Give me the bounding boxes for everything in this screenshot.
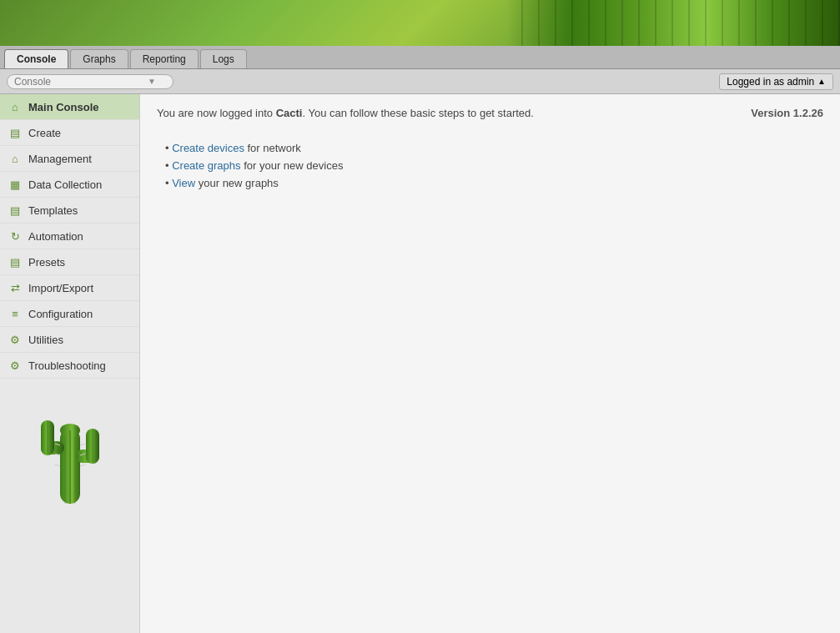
import-icon [8, 281, 22, 294]
tab-bar: Console Graphs Reporting Logs [0, 46, 840, 69]
step-2-suffix: for your new devices [241, 159, 344, 172]
sidebar-label-presets: Presets [28, 256, 65, 269]
welcome-text: You are now logged into Cacti. You can f… [157, 107, 534, 119]
svg-line-16 [80, 465, 85, 466]
sidebar-item-presets[interactable]: Presets [0, 249, 139, 275]
app-name: Cacti [276, 107, 303, 119]
welcome-prefix: You are now logged into [157, 107, 276, 119]
main-content: You are now logged into Cacti. You can f… [140, 94, 840, 633]
header [0, 0, 840, 46]
sidebar-label-import-export: Import/Export [28, 282, 93, 294]
search-bar: ▼ Logged in as admin ▲ [0, 69, 840, 94]
sidebar-label-automation: Automation [28, 230, 83, 243]
sidebar-item-create[interactable]: Create [0, 120, 139, 146]
sidebar-label-configuration: Configuration [28, 308, 93, 320]
main-layout: Main Console Create Management Data Coll… [0, 94, 840, 633]
step-1: Create devices for network [165, 142, 823, 154]
sidebar-label-troubleshooting: Troubleshooting [28, 359, 106, 372]
version-label: Version 1.2.26 [751, 107, 823, 119]
step-2: Create graphs for your new devices [165, 159, 823, 172]
tab-console[interactable]: Console [4, 49, 68, 68]
automation-icon [8, 229, 22, 243]
presets-icon [8, 255, 22, 269]
sidebar-item-templates[interactable]: Templates [0, 198, 139, 224]
logged-in-label: Logged in as admin [727, 76, 814, 88]
content-header: You are now logged into Cacti. You can f… [157, 107, 823, 129]
sidebar-label-utilities: Utilities [28, 334, 63, 346]
create-devices-link[interactable]: Create devices [172, 142, 244, 154]
search-arrow-icon: ▼ [148, 77, 156, 86]
tab-graphs[interactable]: Graphs [70, 49, 128, 68]
sidebar-label-management: Management [28, 153, 92, 165]
step-3-suffix: your new graphs [195, 177, 279, 189]
sidebar-item-configuration[interactable]: Configuration [0, 301, 139, 327]
search-left: ▼ [7, 74, 174, 89]
search-container: ▼ [7, 74, 174, 89]
trouble-icon [8, 359, 22, 372]
data-icon [8, 178, 22, 191]
sidebar-label-create: Create [28, 127, 61, 139]
tab-reporting[interactable]: Reporting [130, 49, 199, 68]
create-graphs-link[interactable]: Create graphs [172, 159, 240, 172]
cactus-svg [28, 395, 112, 512]
svg-line-13 [80, 444, 85, 445]
sidebar-label-main-console: Main Console [28, 101, 99, 113]
sidebar-item-automation[interactable]: Automation [0, 224, 139, 249]
tab-logs[interactable]: Logs [200, 49, 247, 68]
step-3: View your new graphs [165, 177, 823, 189]
header-logo [506, 0, 840, 46]
cactus-image [0, 379, 139, 529]
utilities-icon [8, 333, 22, 346]
sidebar-item-utilities[interactable]: Utilities [0, 327, 139, 353]
steps-list: Create devices for network Create graphs… [157, 142, 823, 189]
config-icon [8, 307, 22, 320]
sidebar-label-templates: Templates [28, 204, 78, 217]
logged-in-arrow-icon: ▲ [817, 77, 826, 86]
sidebar-label-data-collection: Data Collection [28, 178, 102, 191]
sidebar-item-main-console[interactable]: Main Console [0, 94, 139, 120]
sidebar-item-data-collection[interactable]: Data Collection [0, 172, 139, 198]
home-icon [8, 100, 22, 113]
sidebar-item-troubleshooting[interactable]: Troubleshooting [0, 353, 139, 379]
welcome-suffix: . You can follow these basic steps to ge… [302, 107, 534, 119]
view-link[interactable]: View [172, 177, 195, 189]
svg-line-15 [55, 465, 60, 466]
sidebar-item-import-export[interactable]: Import/Export [0, 275, 139, 301]
step-1-suffix: for network [244, 142, 301, 154]
sidebar: Main Console Create Management Data Coll… [0, 94, 140, 633]
search-input[interactable] [14, 76, 148, 88]
logged-in-badge: Logged in as admin ▲ [719, 73, 833, 90]
create-icon [8, 126, 22, 139]
sidebar-item-management[interactable]: Management [0, 146, 139, 172]
templates-icon [8, 203, 22, 217]
management-icon [8, 152, 22, 165]
